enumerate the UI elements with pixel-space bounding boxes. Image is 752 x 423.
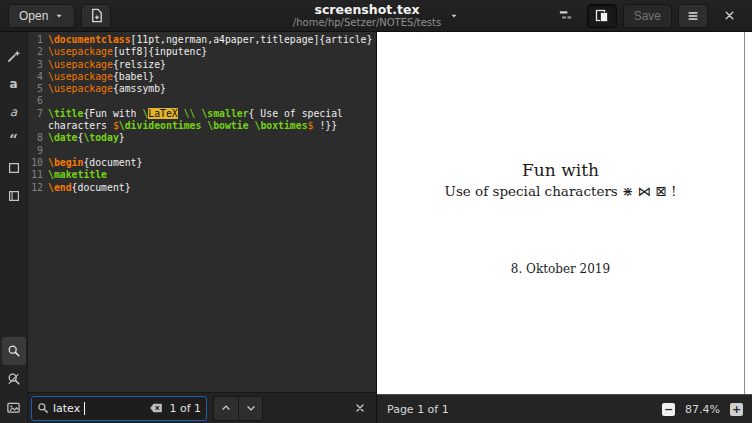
code-line: 11\maketitle: [30, 169, 376, 181]
search-bar: latex 1 of 1: [28, 392, 376, 423]
code-lines: 1\documentclass[11pt,ngerman,a4paper,tit…: [30, 34, 376, 194]
wand-icon[interactable]: [2, 42, 26, 70]
preview-toggle-icon: [594, 8, 610, 24]
zoom-in-button[interactable]: +: [730, 403, 743, 416]
preview-pane: Fun with Use of special characters ⋇ ⋈ ⊠…: [376, 32, 752, 423]
zoom-level: 87.4%: [685, 403, 720, 416]
code-text: [48, 95, 376, 107]
code-text: \date{\today}: [48, 132, 376, 144]
panel-toggle-button[interactable]: [551, 4, 581, 28]
close-icon: [354, 402, 366, 414]
preview-toggle-button[interactable]: [587, 4, 617, 28]
search-icon: [7, 344, 21, 358]
search-query-text: latex: [53, 402, 80, 415]
line-number: 6: [30, 95, 43, 107]
quotes-icon[interactable]: “: [2, 126, 26, 154]
document-path: /home/hp/Setzer/NOTES/tests: [293, 17, 441, 29]
page-layout-icon[interactable]: [2, 182, 26, 210]
open-button[interactable]: Open: [8, 4, 75, 28]
code-text: \usepackage{amssymb}: [48, 83, 376, 95]
search-toggle-button[interactable]: [2, 337, 26, 365]
code-line: 2\usepackage[utf8]{inputenc}: [30, 46, 376, 58]
panel-toggle-icon: [558, 8, 573, 23]
image-icon: [6, 400, 21, 415]
line-number: 11: [30, 169, 43, 181]
text-cursor: [84, 402, 85, 415]
pdf-title: Fun with: [377, 160, 744, 180]
line-number: 9: [30, 145, 43, 157]
find-replace-button[interactable]: [2, 365, 26, 393]
code-line: 5\usepackage{amssymb}: [30, 83, 376, 95]
code-text: [48, 145, 376, 157]
pdf-date: 8. Oktober 2019: [377, 262, 744, 276]
close-search-button[interactable]: [354, 402, 366, 414]
save-button[interactable]: Save: [623, 4, 672, 28]
open-button-label: Open: [19, 9, 48, 23]
chevron-down-icon: [245, 402, 257, 414]
menu-icon: [686, 9, 700, 23]
zoom-out-button[interactable]: −: [662, 403, 675, 416]
code-text: \usepackage[utf8]{inputenc}: [48, 46, 376, 58]
sidebar-icon-strip: a a “: [0, 32, 28, 423]
image-tool-button[interactable]: [2, 393, 26, 421]
preview-scrollbar[interactable]: [744, 32, 745, 394]
close-window-button[interactable]: [714, 4, 744, 28]
setzer-window: Open screenshot.tex /home/hp/Setzer/NOTE…: [0, 0, 752, 423]
italic-a-icon[interactable]: a: [2, 98, 26, 126]
code-text: \usepackage{relsize}: [48, 59, 376, 71]
square-icon[interactable]: [2, 154, 26, 182]
code-line: 8\date{\today}: [30, 132, 376, 144]
close-icon: [723, 9, 736, 22]
line-number: 2: [30, 46, 43, 58]
code-line: 10\begin{document}: [30, 157, 376, 169]
line-number: 12: [30, 182, 43, 194]
header-right-group: Save: [551, 4, 744, 28]
line-number: 10: [30, 157, 43, 169]
previous-match-button[interactable]: [213, 396, 238, 421]
title-dropdown-caret-icon[interactable]: [449, 11, 459, 21]
line-number: 7: [30, 108, 43, 133]
zoom-controls: − 87.4% +: [662, 403, 743, 416]
header-bar: Open screenshot.tex /home/hp/Setzer/NOTE…: [0, 0, 752, 32]
match-nav-buttons: [213, 396, 263, 421]
new-document-button[interactable]: [81, 4, 111, 28]
clear-input-icon[interactable]: [149, 402, 163, 414]
line-number: 5: [30, 83, 43, 95]
line-number: 4: [30, 71, 43, 83]
code-text: \end{document}: [48, 182, 376, 194]
chevron-down-icon: [54, 11, 64, 21]
code-text: \title{Fun with \LaTeX \\ \smaller{ Use …: [48, 108, 376, 133]
menu-button[interactable]: [678, 4, 708, 28]
code-line: 3\usepackage{relsize}: [30, 59, 376, 71]
bold-a-icon[interactable]: a: [2, 70, 26, 98]
line-number: 1: [30, 34, 43, 46]
search-icon: [37, 402, 49, 414]
header-left-group: Open: [8, 4, 111, 28]
code-editor[interactable]: 1\documentclass[11pt,ngerman,a4paper,tit…: [28, 32, 376, 392]
code-line: 9: [30, 145, 376, 157]
find-replace-icon: [7, 372, 21, 386]
new-document-icon: [89, 8, 104, 23]
code-line: 12\end{document}: [30, 182, 376, 194]
code-line: 1\documentclass[11pt,ngerman,a4paper,tit…: [30, 34, 376, 46]
code-text: \usepackage{babel}: [48, 71, 376, 83]
document-title: screenshot.tex: [293, 3, 441, 17]
code-line: 7\title{Fun with \LaTeX \\ \smaller{ Use…: [30, 108, 376, 133]
pdf-subtitle: Use of special characters ⋇ ⋈ ⊠ !: [377, 183, 744, 199]
document-title-block: screenshot.tex /home/hp/Setzer/NOTES/tes…: [293, 3, 441, 29]
page-indicator: Page 1 of 1: [387, 403, 449, 416]
pdf-page[interactable]: Fun with Use of special characters ⋇ ⋈ ⊠…: [377, 32, 752, 394]
line-number: 3: [30, 59, 43, 71]
editor-pane: 1\documentclass[11pt,ngerman,a4paper,tit…: [28, 32, 376, 423]
code-line: 4\usepackage{babel}: [30, 71, 376, 83]
search-input[interactable]: latex 1 of 1: [31, 396, 207, 421]
chevron-up-icon: [220, 402, 232, 414]
sidebar-bottom-icons: [2, 337, 26, 421]
special-characters: ⋇ ⋈ ⊠: [622, 183, 667, 199]
pdf-title-block: Fun with Use of special characters ⋇ ⋈ ⊠…: [377, 160, 744, 276]
code-text: \begin{document}: [48, 157, 376, 169]
main-area: a a “: [0, 32, 752, 423]
save-button-label: Save: [634, 9, 661, 23]
next-match-button[interactable]: [238, 396, 263, 421]
code-line: 6: [30, 95, 376, 107]
